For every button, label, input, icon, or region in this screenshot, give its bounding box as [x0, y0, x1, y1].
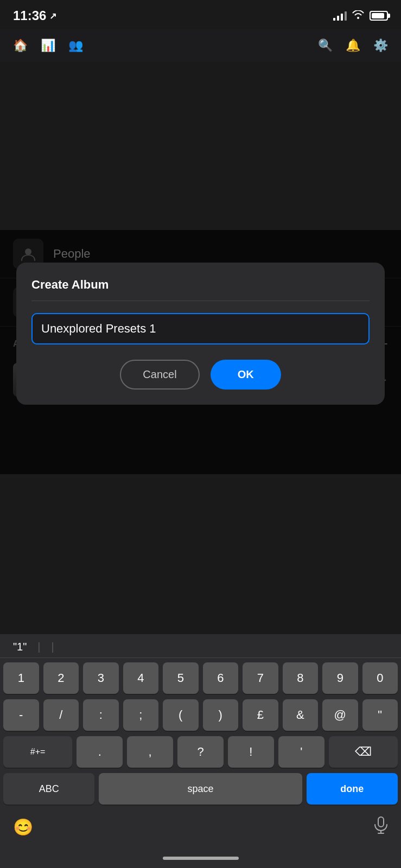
top-nav-icons: 🏠 📊 👥 — [13, 39, 83, 53]
key-quote[interactable]: " — [362, 699, 398, 731]
album-name-input[interactable] — [41, 322, 360, 336]
people-title: People — [53, 247, 91, 261]
signal-bars-icon — [333, 11, 347, 21]
keyboard-row-special: #+= . , ? ! ' ⌫ — [3, 736, 398, 768]
svg-rect-5 — [378, 817, 384, 827]
search-icon[interactable]: 🔍 — [318, 39, 333, 53]
key-7[interactable]: 7 — [243, 662, 278, 694]
status-bar: 11:36 ↗ — [0, 0, 401, 29]
svg-point-0 — [25, 248, 31, 255]
home-indicator-bar — [163, 857, 239, 860]
key-period[interactable]: . — [77, 736, 123, 768]
key-dash[interactable]: - — [3, 699, 39, 731]
modal-actions: Cancel OK — [31, 360, 370, 390]
status-time: 11:36 ↗ — [13, 8, 56, 23]
home-indicator — [0, 848, 401, 868]
emoji-button[interactable]: 😊 — [13, 818, 33, 837]
key-3[interactable]: 3 — [83, 662, 119, 694]
app-background: Create Album Cancel OK People — [0, 230, 401, 474]
keyboard-row-symbols: - / : ; ( ) £ & @ " — [3, 699, 398, 731]
key-5[interactable]: 5 — [163, 662, 199, 694]
battery-icon — [370, 11, 388, 21]
ok-button[interactable]: OK — [211, 360, 281, 390]
key-at[interactable]: @ — [322, 699, 358, 731]
modal-title: Create Album — [31, 278, 370, 292]
key-semicolon[interactable]: ; — [123, 699, 159, 731]
keyboard-rows: 1 2 3 4 5 6 7 8 9 0 - / : ; ( ) £ & @ " … — [0, 658, 401, 812]
key-hashtag-mode[interactable]: #+= — [3, 736, 72, 768]
key-8[interactable]: 8 — [283, 662, 319, 694]
key-exclaim[interactable]: ! — [228, 736, 274, 768]
key-colon[interactable]: : — [83, 699, 119, 731]
key-question[interactable]: ? — [177, 736, 224, 768]
location-icon: ↗ — [49, 11, 56, 21]
people-text: People — [53, 247, 91, 261]
space-key[interactable]: space — [99, 773, 302, 805]
key-comma[interactable]: , — [127, 736, 173, 768]
keyboard-suggestion-row: "1" | | — [0, 634, 401, 658]
key-pound[interactable]: £ — [243, 699, 278, 731]
key-slash[interactable]: / — [43, 699, 79, 731]
modal-divider — [31, 301, 370, 301]
key-open-paren[interactable]: ( — [163, 699, 199, 731]
people-icon[interactable]: 👥 — [68, 39, 83, 53]
cancel-button[interactable]: Cancel — [120, 360, 199, 390]
abc-key[interactable]: ABC — [3, 773, 94, 805]
microphone-button[interactable] — [374, 816, 388, 838]
key-close-paren[interactable]: ) — [203, 699, 239, 731]
top-nav-right-icons: 🔍 🔔 ⚙️ — [318, 39, 388, 53]
key-4[interactable]: 4 — [123, 662, 159, 694]
keyboard-area: "1" | | 1 2 3 4 5 6 7 8 9 0 - / : ; ( ) … — [0, 634, 401, 868]
key-6[interactable]: 6 — [203, 662, 239, 694]
key-ampersand[interactable]: & — [283, 699, 319, 731]
keyboard-bottom-row: 😊 — [0, 812, 401, 848]
chart-icon[interactable]: 📊 — [41, 39, 55, 53]
done-key[interactable]: done — [307, 773, 398, 805]
home-icon[interactable]: 🏠 — [13, 39, 28, 53]
gear-icon[interactable]: ⚙️ — [373, 39, 388, 53]
album-name-input-wrapper[interactable] — [31, 313, 370, 344]
key-0[interactable]: 0 — [362, 662, 398, 694]
time-text: 11:36 — [13, 8, 46, 23]
key-2[interactable]: 2 — [43, 662, 79, 694]
keyboard-suggestion-left[interactable]: "1" — [13, 641, 27, 653]
key-9[interactable]: 9 — [322, 662, 358, 694]
keyboard-row-bottom: ABC space done — [3, 773, 398, 805]
wifi-icon — [352, 10, 364, 21]
create-album-modal: Create Album Cancel OK — [16, 263, 385, 405]
backspace-key[interactable]: ⌫ — [329, 736, 398, 768]
bell-icon[interactable]: 🔔 — [346, 39, 360, 53]
status-icons — [333, 10, 388, 21]
top-nav: 🏠 📊 👥 🔍 🔔 ⚙️ — [0, 29, 401, 62]
key-1[interactable]: 1 — [3, 662, 39, 694]
keyboard-row-numbers: 1 2 3 4 5 6 7 8 9 0 — [3, 662, 398, 694]
key-apostrophe[interactable]: ' — [278, 736, 324, 768]
